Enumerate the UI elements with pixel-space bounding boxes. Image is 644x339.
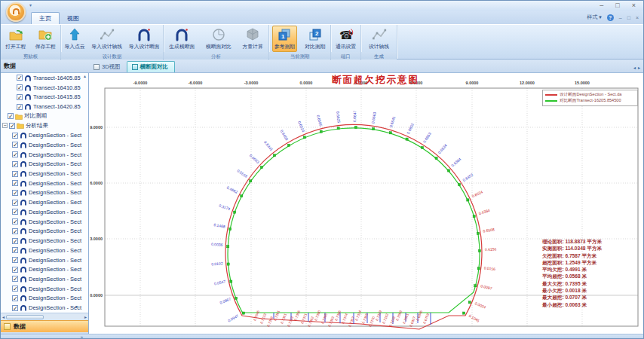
svg-text:2: 2	[315, 30, 319, 37]
ribbon-close-icon[interactable]: ×	[636, 15, 639, 20]
checkbox-icon[interactable]: ✓	[12, 218, 18, 224]
tree-item[interactable]: ✓DesignSection - Sect	[1, 217, 88, 227]
import-design-section-button[interactable]: 导入设计断面	[127, 26, 162, 52]
tree-item[interactable]: ✓Transect-16415.85	[1, 92, 88, 102]
tree-item[interactable]: ✓DesignSection - Sect	[1, 150, 88, 160]
tab-3d-view[interactable]: 3D视图	[89, 62, 127, 72]
minimize-button[interactable]: –	[600, 2, 603, 10]
checkbox-icon[interactable]: ✓	[12, 276, 18, 282]
checkbox-icon[interactable]: ✓	[9, 123, 15, 129]
checkbox-icon[interactable]: ✓	[12, 190, 18, 196]
tree-item[interactable]: −✓分析结果	[1, 121, 88, 131]
tree-item[interactable]: ✓DesignSection - Sect	[1, 130, 88, 140]
communication-settings-button[interactable]: ☎通讯设置	[333, 26, 358, 52]
tree-item[interactable]: ✓Transect-16405.85	[1, 73, 88, 83]
close-button[interactable]: ×	[632, 2, 636, 10]
checkbox-icon[interactable]: ✓	[12, 305, 18, 311]
ribbon-group: 打开工程保存工程剪贴板	[1, 25, 61, 59]
checkbox-icon[interactable]: ✓	[12, 228, 18, 234]
cross-section-compare-button[interactable]: 横断面对比	[204, 26, 234, 52]
checkbox-icon[interactable]: ✓	[17, 84, 23, 90]
scrollbar-thumb[interactable]	[6, 315, 44, 319]
checkbox-icon[interactable]: ✓	[12, 171, 18, 177]
svg-text:0.6625: 0.6625	[336, 111, 342, 124]
ribbon-minimize-icon[interactable]: –	[619, 15, 622, 20]
tree-scroll-up-icon[interactable]: ▴	[84, 73, 86, 78]
tree-item[interactable]: ✓DesignSection - Sect	[1, 255, 88, 265]
tree-horizontal-scrollbar[interactable]: ◂ ▸	[1, 313, 88, 320]
checkbox-icon[interactable]: ✓	[12, 267, 18, 273]
tab-cross-section-compare[interactable]: 横断面对比	[127, 61, 176, 72]
tab-scroll-right-icon[interactable]: ▸	[638, 65, 640, 70]
section-icon	[20, 237, 27, 244]
checkbox-icon[interactable]: ✓	[12, 295, 18, 301]
ribbon-tab-home[interactable]: 主页	[31, 12, 60, 24]
checkbox-icon[interactable]: ✓	[8, 113, 14, 119]
checkbox-icon[interactable]: ✓	[17, 94, 23, 100]
tree-item[interactable]: ✓DesignSection - Sect	[1, 188, 88, 198]
compare-epoch-button[interactable]: 2对比测期	[302, 26, 327, 52]
scrollbar-left-icon[interactable]: ◂	[2, 314, 5, 319]
ribbon-tab-view[interactable]: 视图	[60, 13, 87, 24]
checkbox-icon[interactable]: ✓	[12, 151, 18, 157]
style-menu[interactable]: 样式 ▾	[587, 14, 601, 21]
tree-item[interactable]: ✓DesignSection - Sect	[1, 179, 88, 188]
3d-view-icon	[94, 64, 100, 70]
stat-line: 欠挖面积: 6.7587 平方米	[542, 252, 642, 259]
tree-item[interactable]: ✓DesignSection - Sect	[1, 284, 88, 294]
tree-item[interactable]: ✓DesignSection - Sect	[1, 207, 88, 217]
checkbox-icon[interactable]: ✓	[12, 209, 18, 215]
tree-item[interactable]: ✓DesignSection - Sect	[1, 227, 88, 237]
checkbox-icon[interactable]: ✓	[17, 75, 23, 81]
checkbox-icon[interactable]: ✓	[12, 142, 18, 148]
tree-item[interactable]: ✓DesignSection - Sect	[1, 264, 88, 274]
tree-item[interactable]: ✓对比测期	[1, 111, 88, 121]
ribbon-restore-icon[interactable]: □	[627, 15, 630, 20]
checkbox-icon[interactable]: ✓	[12, 200, 18, 206]
tree-item[interactable]: ✓DesignSection - Sect	[1, 246, 88, 255]
tree-item-label: DesignSection - Sect	[29, 266, 81, 273]
tree-item[interactable]: ✓DesignSection - Sect	[1, 159, 88, 169]
tree-item[interactable]: ✓Transect-16420.85	[1, 102, 88, 111]
svg-text:0.7374: 0.7374	[341, 313, 348, 324]
checkbox-icon[interactable]: ✓	[12, 257, 18, 263]
svg-text:3.0000: 3.0000	[90, 237, 103, 241]
checkbox-icon[interactable]: ✓	[12, 161, 18, 167]
tree-item[interactable]: ✓DesignSection - Sect	[1, 197, 88, 207]
tree-item[interactable]: ✓Transect-16410.85	[1, 83, 88, 93]
tree-item-label: DesignSection - Sect	[29, 151, 81, 158]
tree-item[interactable]: ✓DesignSection - Sect	[1, 294, 88, 304]
svg-text:0.7208: 0.7208	[266, 316, 274, 327]
panel-chevron-icon[interactable]: »	[1, 334, 89, 339]
tree-collapse-icon[interactable]: −	[2, 123, 8, 128]
svg-text:-6.0000: -6.0000	[189, 81, 203, 85]
scrollbar-right-icon[interactable]: ▸	[84, 314, 87, 319]
checkbox-icon[interactable]: ✓	[12, 286, 18, 292]
tab-scroll-left-icon[interactable]: ◂	[633, 65, 636, 70]
tree-scroll-down-icon[interactable]: ▾	[75, 304, 78, 309]
data-panel-tab[interactable]: 数据	[1, 320, 88, 332]
help-icon[interactable]: ?	[607, 14, 614, 21]
tree-item-label: DesignSection - Sect	[29, 209, 81, 215]
import-design-axis-button[interactable]: 导入设计轴线	[89, 26, 124, 52]
tree-item[interactable]: ✓DesignSection - Sect	[1, 236, 88, 246]
save-project-button[interactable]: 保存工程	[33, 26, 58, 52]
checkbox-icon[interactable]: ✓	[12, 238, 18, 244]
tree-item[interactable]: ✓DesignSection - Sect	[1, 140, 88, 150]
checkbox-icon[interactable]: ✓	[12, 247, 18, 253]
import-point-cloud-button[interactable]: 导入点云	[62, 26, 87, 52]
maximize-button[interactable]: □	[615, 2, 619, 10]
quick-access-dropdown-icon[interactable]: ▾	[29, 2, 32, 8]
svg-text:0.0967: 0.0967	[219, 297, 232, 305]
tree-item[interactable]: ✓DesignSection - Sect	[1, 169, 88, 179]
checkbox-icon[interactable]: ✓	[17, 104, 23, 110]
open-project-button[interactable]: 打开工程	[3, 26, 28, 52]
reference-epoch-button[interactable]: 1参考测期	[272, 26, 297, 52]
volume-calculation-button[interactable]: 方量计算	[240, 26, 265, 52]
checkbox-icon[interactable]: ✓	[12, 133, 18, 139]
checkbox-icon[interactable]: ✓	[12, 180, 18, 186]
design-axis-button[interactable]: 设计轴线	[366, 26, 391, 52]
app-logo-icon[interactable]	[6, 2, 26, 22]
tree-item[interactable]: ✓DesignSection - Sect	[1, 274, 88, 284]
generate-cross-section-button[interactable]: 生成横断面	[167, 26, 197, 52]
